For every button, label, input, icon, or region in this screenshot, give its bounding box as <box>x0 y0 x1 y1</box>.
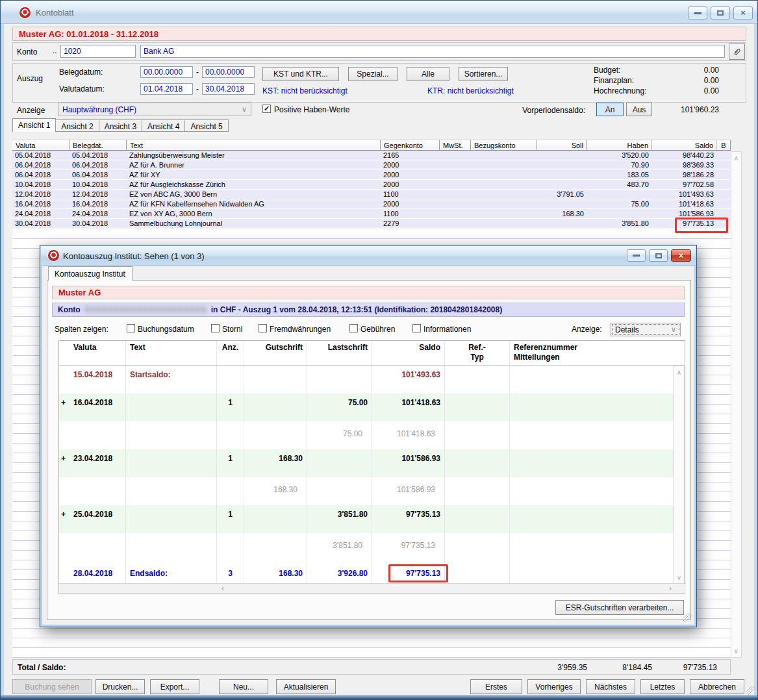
belegdatum-from-input[interactable]: 00.00.0000 <box>140 66 193 78</box>
dialog-maximize-button[interactable] <box>649 249 668 262</box>
col-haben[interactable]: Haben <box>587 140 651 150</box>
chevron-down-icon: ∨ <box>242 105 247 114</box>
col-b[interactable]: B <box>716 140 731 150</box>
detail-row[interactable]: 75.00101'418.63 <box>59 421 685 449</box>
col-ref-typ[interactable]: Ref.- Typ <box>445 341 510 365</box>
col-soll[interactable]: Soll <box>537 140 587 150</box>
informationen-checkbox[interactable] <box>412 324 421 332</box>
positive-haben-checkbox[interactable]: ✓ <box>262 105 271 113</box>
konto-table: Valuta Belegdat. Text Gegenkonto MwSt. B… <box>12 140 731 229</box>
alle-button[interactable]: Alle <box>407 67 449 81</box>
detail-row[interactable]: 3'851.8097'735.13 <box>59 533 685 561</box>
gebuehren-checkbox[interactable] <box>349 324 358 332</box>
col-referenznummer[interactable]: Referenznummer Mitteilungen <box>510 341 674 365</box>
valutadatum-to-input[interactable]: 30.04.2018 <box>202 83 255 95</box>
scroll-right-icon[interactable]: › <box>669 584 672 593</box>
storni-checkbox[interactable] <box>211 324 220 332</box>
naechstes-button[interactable]: Nächstes <box>586 679 635 694</box>
aktualisieren-button[interactable]: Aktualisieren <box>276 679 336 694</box>
buchung-sehen-button[interactable]: Buchung sehen <box>12 679 92 694</box>
belegdatum-to-input[interactable]: 00.00.0000 <box>202 66 255 78</box>
kst-ktr-button[interactable]: KST und KTR... <box>262 67 339 81</box>
table-row[interactable]: 05.04.201805.04.2018Zahlungsüberweisung … <box>12 151 731 160</box>
close-button[interactable]: × <box>733 6 753 19</box>
scroll-up-icon[interactable]: ∧ <box>677 366 681 376</box>
table-vertical-scrollbar[interactable]: ∧ ∨ <box>731 151 742 658</box>
dialog-minimize-button[interactable] <box>627 249 646 262</box>
col-bezugskonto[interactable]: Bezugskonto <box>471 140 537 150</box>
sortieren-button[interactable]: Sortieren... <box>459 67 508 81</box>
scroll-up-icon[interactable]: ∧ <box>734 152 739 162</box>
vorperiodensaldo-aus-button[interactable]: Aus <box>626 103 652 116</box>
entry-row[interactable]: +25.04.201813'851.8097'735.13 <box>59 505 685 533</box>
col-mwst[interactable]: MwSt. <box>440 140 471 150</box>
main-titlebar[interactable]: Kontoblatt × <box>1 1 758 24</box>
entry-row[interactable]: +23.04.20181168.30101'586.93 <box>59 449 685 477</box>
entry-row[interactable]: +16.04.2018175.00101'418.63 <box>59 394 685 421</box>
endsaldo-row[interactable]: 28.04.2018Endsaldo:3168.303'926.8097'735… <box>59 561 685 584</box>
attachment-button[interactable] <box>729 44 745 60</box>
table-row[interactable]: 16.04.201816.04.2018AZ für KFN Kabelfern… <box>12 199 731 209</box>
expand-icon[interactable]: + <box>59 394 69 421</box>
scroll-down-icon[interactable]: ∨ <box>677 574 681 584</box>
table-row[interactable]: 10.04.201810.04.2018AZ für Ausgleichskas… <box>12 180 731 190</box>
scroll-down-icon[interactable]: ∨ <box>734 647 739 657</box>
col-gegenkonto[interactable]: Gegenkonto <box>381 140 440 150</box>
export-button[interactable]: Export... <box>150 679 199 694</box>
totals-haben: 8'184.45 <box>587 663 652 672</box>
vorperiodensaldo-an-button[interactable]: An <box>596 103 624 116</box>
scroll-left-icon[interactable]: ‹ <box>221 584 224 593</box>
valutadatum-from-input[interactable]: 01.04.2018 <box>140 83 193 95</box>
expand-icon[interactable]: + <box>59 449 69 477</box>
startsaldo-row[interactable]: 15.04.2018Startsaldo:101'493.63 <box>59 366 685 394</box>
konto-range-dots[interactable]: .. <box>53 46 57 55</box>
details-dropdown[interactable]: Details ∨ <box>611 323 681 336</box>
col-saldo[interactable]: Saldo <box>372 341 445 365</box>
col-gutschrift[interactable]: Gutschrift <box>244 341 307 365</box>
buchungsdatum-checkbox[interactable] <box>127 324 135 332</box>
abbrechen-button[interactable]: Abbrechen <box>690 679 744 694</box>
tab-ansicht-4[interactable]: Ansicht 4 <box>142 119 185 132</box>
col-belegdat[interactable]: Belegdat. <box>69 140 127 150</box>
dialog-vertical-scrollbar[interactable]: ∧ ∨ <box>674 366 685 584</box>
tab-ansicht-3[interactable]: Ansicht 3 <box>99 119 142 132</box>
minimize-button[interactable] <box>688 6 707 19</box>
dialog-close-button[interactable]: × <box>671 249 691 262</box>
konto-number-input[interactable]: 1020 <box>60 45 136 58</box>
vorheriges-button[interactable]: Vorheriges <box>527 679 581 694</box>
col-valuta[interactable]: Valuta <box>69 341 126 365</box>
konto-name-input[interactable]: Bank AG <box>140 45 725 58</box>
table-row[interactable]: 24.04.201824.04.2018EZ von XY AG, 3000 B… <box>12 209 731 219</box>
tab-ansicht-1[interactable]: Ansicht 1 <box>12 118 56 132</box>
fremdwaehrungen-checkbox[interactable] <box>259 324 267 332</box>
erstes-button[interactable]: Erstes <box>470 679 522 694</box>
maximize-button[interactable] <box>711 6 730 19</box>
totals-bar: Total / Saldo: 3'959.35 8'184.45 97'735.… <box>12 659 731 675</box>
tab-ansicht-5[interactable]: Ansicht 5 <box>185 119 228 132</box>
dialog-tab-kontoauszug[interactable]: Kontoauszug Institut <box>48 266 133 281</box>
detail-row[interactable]: 168.30101'586.93 <box>59 477 685 505</box>
col-text[interactable]: Text <box>126 341 217 365</box>
currency-dropdown[interactable]: Hauptwährung (CHF) ∨ <box>58 103 251 116</box>
table-row[interactable]: 06.04.201806.04.2018AZ für A. Brunner200… <box>12 160 731 170</box>
drucken-button[interactable]: Drucken... <box>95 679 145 694</box>
neu-button[interactable]: Neu... <box>219 679 268 694</box>
dialog-titlebar[interactable]: Kontoauszug Institut: Sehen (1 von 3) × <box>41 246 696 266</box>
letztes-button[interactable]: Letztes <box>640 679 685 694</box>
dialog-resize-grip[interactable] <box>683 613 692 621</box>
col-valuta[interactable]: Valuta <box>12 140 69 150</box>
col-text[interactable]: Text <box>127 140 381 150</box>
window-resize-grip[interactable] <box>746 686 755 695</box>
table-row[interactable]: 06.04.201806.04.2018AZ für XY2000183.059… <box>12 170 731 180</box>
expand-icon[interactable]: + <box>59 505 69 533</box>
finanzplan-label: Finanzplan: <box>594 76 634 85</box>
col-saldo[interactable]: Saldo <box>651 140 716 150</box>
spezial-button[interactable]: Spezial... <box>348 67 398 81</box>
col-lastschrift[interactable]: Lastschrift <box>307 341 372 365</box>
table-row[interactable]: 30.04.201830.04.2018Sammelbuchung Lohnjo… <box>12 219 731 229</box>
tab-ansicht-2[interactable]: Ansicht 2 <box>56 119 99 132</box>
table-row[interactable]: 12.04.201812.04.2018EZ von ABC AG, 3000 … <box>12 190 731 199</box>
dialog-horizontal-scrollbar[interactable]: ‹ › <box>59 583 686 593</box>
col-anz[interactable]: Anz. <box>217 341 244 365</box>
esr-gutschriften-button[interactable]: ESR-Gutschriften verarbeiten... <box>555 600 684 615</box>
